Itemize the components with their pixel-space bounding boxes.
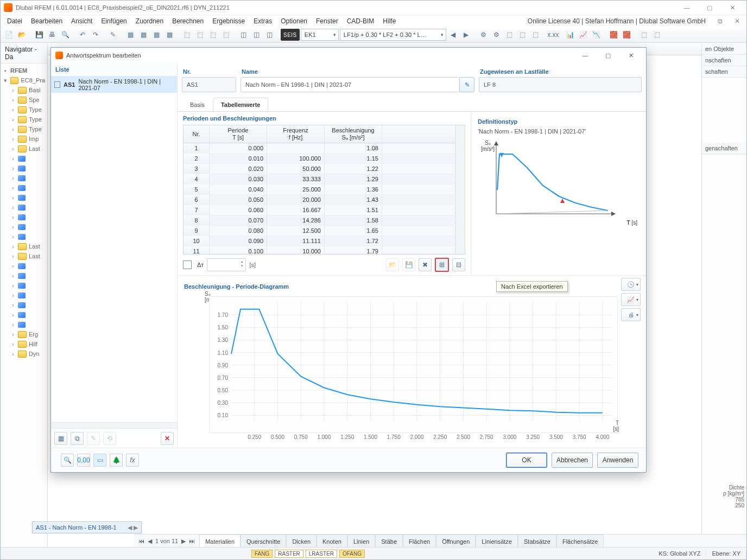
units-button[interactable]: 0,00 [77, 454, 90, 467]
bottom-tab[interactable]: Knoten [316, 534, 347, 548]
nav-item[interactable]: ›Dyn [3, 349, 45, 359]
dialog-close-button[interactable]: ✕ [620, 49, 642, 61]
close-button[interactable]: ✕ [721, 2, 743, 13]
nav-item[interactable]: ›Erg [3, 329, 45, 339]
nav-item[interactable]: ›Type [3, 105, 45, 114]
toolbar-button[interactable]: ▦ [137, 29, 149, 41]
chart-time-button[interactable]: 🕓 [621, 278, 641, 291]
nav-item[interactable]: › [3, 163, 45, 173]
bottom-tab[interactable]: Liniensätze [476, 534, 518, 548]
nav-item[interactable]: › [3, 310, 45, 320]
bottom-tab[interactable]: Materialien [199, 534, 240, 548]
seis-badge[interactable]: SEIS [281, 29, 300, 41]
toolbar-button[interactable]: ⚙ [491, 29, 503, 41]
mdi-restore-icon[interactable]: ⧉ [713, 16, 727, 27]
menu-zuordnen[interactable]: Zuordnen [131, 16, 168, 27]
toolbar-button[interactable]: ⬚ [651, 29, 663, 41]
nav-item[interactable]: › [3, 202, 45, 212]
bottom-tab[interactable]: Flächensätze [556, 534, 604, 548]
list-scrollbar[interactable] [51, 422, 177, 428]
copy-item-button[interactable]: ⧉ [71, 432, 84, 445]
toolbar-button[interactable]: ◫ [263, 29, 275, 41]
nav-item[interactable]: ›Last [3, 241, 45, 251]
menu-extras[interactable]: Extras [249, 16, 276, 27]
toolbar-button[interactable]: ⬚ [207, 29, 219, 41]
import-excel-button[interactable]: ⊟ [452, 258, 465, 271]
nav-item[interactable]: ›Last [3, 144, 45, 154]
new-item-button[interactable]: ▦ [54, 432, 67, 445]
pager-first-icon[interactable]: ⏮ [138, 538, 144, 544]
nav-item[interactable]: ›Type [3, 114, 45, 124]
toolbar-button[interactable]: ⬚ [220, 29, 232, 41]
tab-basis[interactable]: Basis [182, 98, 213, 111]
mdi-close-icon[interactable]: ✕ [730, 16, 744, 27]
menu-bearbeiten[interactable]: Bearbeiten [27, 16, 67, 27]
dialog-minimize-button[interactable]: — [574, 49, 596, 61]
toolbar-button[interactable]: 📄 [3, 29, 15, 41]
open-button[interactable]: 📂 [386, 258, 399, 271]
toolbar-button[interactable]: ✎ [107, 29, 119, 41]
bottom-tab[interactable]: Stäbe [375, 534, 403, 548]
toolbar-button[interactable]: 💾 [33, 29, 45, 41]
toolbar-button[interactable]: ▶ [460, 29, 472, 41]
export-excel-button[interactable]: ⊞ [435, 258, 449, 272]
nav-project[interactable]: EC8_Pra [21, 75, 45, 85]
nav-item[interactable]: › [3, 212, 45, 222]
menu-fenster[interactable]: Fenster [312, 16, 343, 27]
toolbar-button[interactable]: ◫ [237, 29, 249, 41]
table-row[interactable]: 60.05020.0001.43 [183, 195, 455, 205]
name-field[interactable]: Nach Norm - EN 1998-1 | DIN | 2021-07 [240, 77, 460, 92]
menu-einfuegen[interactable]: Einfügen [97, 16, 131, 27]
toolbar-button[interactable]: 📈 [578, 29, 590, 41]
nav-item[interactable]: › [3, 232, 45, 241]
table-row[interactable]: 50.04025.0001.36 [183, 184, 455, 195]
nav-spectrum-tab[interactable]: AS1 - Nach Norm - EN 1998-1 ◀ ▶ [32, 521, 142, 533]
save-button[interactable]: 💾 [402, 258, 415, 271]
table-row[interactable]: 100.09011.1111.72 [183, 236, 455, 246]
tab-tabellenwerte[interactable]: Tabellenwerte [213, 98, 269, 111]
table-row[interactable]: 80.07014.2861.58 [183, 215, 455, 226]
nav-item[interactable]: › [3, 281, 45, 290]
nav-item[interactable]: › [3, 173, 45, 183]
tree-button[interactable]: 🌲 [110, 454, 123, 467]
menu-cadbim[interactable]: CAD-BIM [343, 16, 379, 27]
nav-item[interactable]: › [3, 271, 45, 281]
table-row[interactable]: 110.10010.0001.79 [183, 246, 455, 254]
bottom-tab[interactable]: Querschnitte [240, 534, 286, 548]
pager-next-icon[interactable]: ▶ [181, 538, 186, 545]
snap-raster[interactable]: RASTER [275, 550, 303, 558]
fx-button[interactable]: fx [126, 454, 139, 467]
toolbar-button[interactable]: 📂 [16, 29, 28, 41]
delta-checkbox[interactable] [183, 260, 192, 269]
menu-datei[interactable]: Datei [3, 16, 27, 27]
toolbar-button[interactable]: ⬚ [638, 29, 650, 41]
toolbar-button[interactable]: 🖶 [46, 29, 58, 41]
toolbar-button[interactable]: ◫ [250, 29, 262, 41]
nav-item[interactable]: › [3, 183, 45, 193]
toolbar-button[interactable]: ⚙ [478, 29, 490, 41]
edit-name-button[interactable]: ✎ [459, 77, 474, 92]
snap-fang[interactable]: FANG [251, 550, 273, 558]
table-row[interactable]: 90.08012.5001.65 [183, 226, 455, 236]
snap-lraster[interactable]: LRASTER [306, 550, 337, 558]
toolbar-button[interactable]: ▦ [124, 29, 136, 41]
toolbar-button[interactable]: ◀ [447, 29, 459, 41]
toolbar-button[interactable]: ▦ [150, 29, 162, 41]
pager-prev-icon[interactable]: ◀ [148, 538, 152, 545]
nav-item[interactable]: › [3, 320, 45, 329]
menu-hilfe[interactable]: Hilfe [378, 16, 400, 27]
nav-root[interactable]: RFEM [10, 66, 27, 75]
nav-item[interactable]: › [3, 261, 45, 271]
toolbar-button[interactable]: ⬚ [530, 29, 542, 41]
cancel-button[interactable]: Abbrechen [552, 453, 593, 468]
delta-spinner[interactable] [207, 258, 246, 271]
chart-axes-button[interactable]: 📈 [621, 293, 641, 306]
toolbar-button[interactable]: x.xx [547, 29, 559, 41]
snap-ofang[interactable]: OFANG [339, 550, 365, 558]
toolbar-button[interactable]: 🔍 [59, 29, 71, 41]
menu-ansicht[interactable]: Ansicht [67, 16, 97, 27]
bottom-tab[interactable]: Flächen [403, 534, 436, 548]
toolbar-button[interactable]: ⬚ [504, 29, 516, 41]
nav-item[interactable]: › [3, 193, 45, 202]
dialog-maximize-button[interactable]: ▢ [597, 49, 619, 61]
